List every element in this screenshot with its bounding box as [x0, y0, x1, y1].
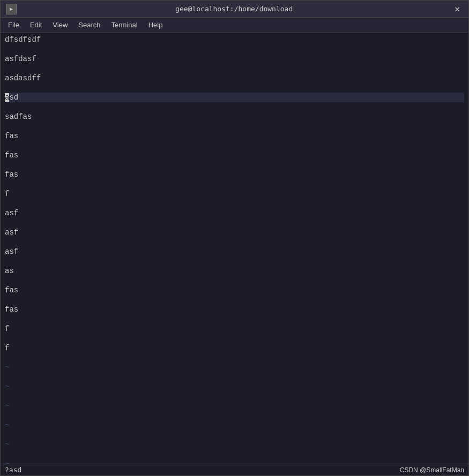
editor-line: fas: [5, 131, 464, 141]
menu-help[interactable]: Help: [143, 20, 168, 30]
editor-line: f: [5, 324, 464, 334]
menu-search[interactable]: Search: [73, 20, 106, 30]
tilde-line: ~: [5, 459, 464, 464]
status-command: ?asd: [5, 466, 21, 474]
editor-line: asf: [5, 247, 464, 256]
tilde-line: ~: [5, 362, 464, 372]
editor-line: f: [5, 189, 464, 199]
editor-line: asd: [5, 93, 464, 102]
editor-line: fas: [5, 285, 464, 295]
menu-view[interactable]: View: [47, 20, 73, 30]
status-bar: ?asd CSDN @SmallFatMan: [1, 464, 468, 475]
title-bar: ▶ gee@localhost:/home/download ✕: [1, 1, 468, 18]
editor-line: dfsdfsdf: [5, 35, 464, 44]
terminal-window: ▶ gee@localhost:/home/download ✕ File Ed…: [0, 0, 469, 476]
close-button[interactable]: ✕: [451, 3, 463, 15]
editor-line: asf: [5, 228, 464, 237]
editor-area[interactable]: dfsdfsdf asfdasf asdasdff asd sadfas fas…: [1, 33, 468, 464]
editor-line: as: [5, 266, 464, 276]
editor-line: fas: [5, 305, 464, 314]
tilde-line: ~: [5, 401, 464, 411]
editor-line: asf: [5, 208, 464, 218]
window-title: gee@localhost:/home/download: [175, 5, 293, 13]
editor-line: asdasdff: [5, 73, 464, 83]
status-right-text: CSDN @SmallFatMan: [400, 466, 464, 474]
tilde-line: ~: [5, 440, 464, 449]
editor-line: sadfas: [5, 112, 464, 122]
editor-content: dfsdfsdf asfdasf asdasdff asd sadfas fas…: [1, 35, 468, 464]
editor-line: f: [5, 343, 464, 353]
tilde-line: ~: [5, 420, 464, 430]
editor-line: fas: [5, 150, 464, 160]
menu-bar: File Edit View Search Terminal Help: [1, 18, 468, 33]
editor-line: fas: [5, 170, 464, 179]
window-icon: ▶: [6, 4, 17, 14]
menu-file[interactable]: File: [3, 20, 25, 30]
tilde-line: ~: [5, 382, 464, 391]
editor-line: asfdasf: [5, 54, 464, 64]
menu-terminal[interactable]: Terminal: [106, 20, 143, 30]
menu-edit[interactable]: Edit: [25, 20, 47, 30]
cursor: a: [5, 93, 9, 102]
